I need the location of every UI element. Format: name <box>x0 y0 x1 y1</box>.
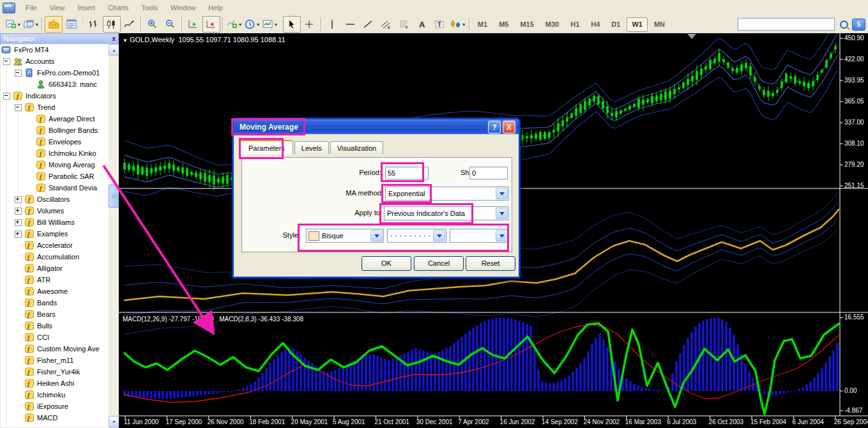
timeframe-m1-button[interactable]: M1 <box>473 17 492 32</box>
dropdown-arrow-icon[interactable]: ▾ <box>257 22 259 27</box>
tree-item-trend[interactable]: fTrend <box>1 102 109 113</box>
new-chart-button[interactable]: ▾ <box>4 16 22 33</box>
text-label-button[interactable]: T <box>431 16 449 33</box>
tab-parameters[interactable]: Parameters <box>240 140 293 155</box>
tree-item-fxpro-mt4[interactable]: FxPro MT4 <box>1 44 109 56</box>
menu-charts[interactable]: Charts <box>102 2 135 13</box>
templates-button[interactable]: ▾ <box>261 16 279 33</box>
tab-visualization[interactable]: Visualization <box>330 141 384 154</box>
tree-item-ichimoku-kinko[interactable]: fIchimoku Kinko <box>1 148 109 159</box>
tree-item-average-direct[interactable]: fAverage Direct <box>1 113 109 125</box>
dropdown-arrow-icon[interactable]: ▾ <box>239 22 241 27</box>
timeframe-m5-button[interactable]: M5 <box>494 17 514 32</box>
profiles-button[interactable]: ▾ <box>22 16 40 33</box>
collapse-triangle-icon[interactable]: ▼ <box>123 38 128 43</box>
search-input[interactable] <box>738 18 835 31</box>
timeframe-h1-button[interactable]: H1 <box>565 17 584 32</box>
favorites-button[interactable] <box>45 16 63 33</box>
help-button[interactable]: ? <box>488 121 501 134</box>
close-button[interactable]: X <box>503 121 515 134</box>
line-style-combobox[interactable]: - - - - - - - - - <box>387 229 446 243</box>
chart-shift-button[interactable] <box>202 16 220 33</box>
tab-levels[interactable]: Levels <box>294 141 329 154</box>
apply-to-combobox[interactable]: Previous Indicator's Data <box>384 206 509 220</box>
collapse-icon[interactable] <box>3 58 10 65</box>
tree-item-volumes[interactable]: fVolumes <box>1 205 109 217</box>
app-icon[interactable] <box>3 3 15 13</box>
navigator-scrollbar[interactable]: ▲ ▼ <box>109 44 118 427</box>
zoom-in-button[interactable] <box>144 16 162 33</box>
tree-item-standard-devia[interactable]: fStandard Devia <box>1 182 109 194</box>
close-icon[interactable]: x <box>112 36 116 42</box>
expand-icon[interactable] <box>15 231 22 238</box>
cursor-button[interactable] <box>283 16 301 33</box>
timeframe-w1-button[interactable]: W1 <box>627 17 648 32</box>
line-width-combobox[interactable] <box>450 229 509 243</box>
tree-item-iexposure[interactable]: fiExposure <box>1 401 109 412</box>
chevron-down-icon[interactable] <box>433 230 445 241</box>
dropdown-arrow-icon[interactable]: ▾ <box>275 22 277 27</box>
menu-view[interactable]: View <box>43 2 72 13</box>
horizontal-line-button[interactable] <box>342 16 360 33</box>
expand-icon[interactable] <box>15 196 22 203</box>
timeframe-d1-button[interactable]: D1 <box>606 17 625 32</box>
tree-item-oscillators[interactable]: fOscillators <box>1 194 109 205</box>
tree-item-bill-williams[interactable]: fBill Williams <box>1 217 109 228</box>
tree-item-ichimoku[interactable]: fIchimoku <box>1 389 109 401</box>
navigator-caption[interactable]: Navigator x <box>0 33 119 45</box>
candlestick-chart-button[interactable] <box>103 16 121 33</box>
tree-item-moving-averag[interactable]: fMoving Averag <box>1 159 109 171</box>
tree-item-alligator[interactable]: fAlligator <box>1 263 109 274</box>
scroll-up-icon[interactable]: ▲ <box>109 44 119 56</box>
chevron-down-icon[interactable] <box>370 230 383 241</box>
tree-item-macd[interactable]: fMACD <box>1 412 109 424</box>
vertical-line-button[interactable] <box>324 16 342 33</box>
tree-item-bands[interactable]: fBands <box>1 297 109 309</box>
tree-item-parabolic-sar[interactable]: fParabolic SAR <box>1 171 109 182</box>
tree-item-awesome[interactable]: fAwesome <box>1 286 109 297</box>
tree-item-fisher-yur4ik[interactable]: fFisher_Yur4ik <box>1 366 109 378</box>
indicators-button[interactable]: ▾ <box>225 16 243 33</box>
tree-item-cci[interactable]: fCCI <box>1 332 109 343</box>
reset-button[interactable]: Reset <box>466 256 515 271</box>
tree-item-bears[interactable]: fBears <box>1 309 109 320</box>
tree-item-fisher-m11[interactable]: fFisher_m11 <box>1 355 109 366</box>
chevron-down-icon[interactable] <box>496 230 508 241</box>
timeframe-m15-button[interactable]: M15 <box>515 17 538 32</box>
crosshair-button[interactable] <box>301 16 319 33</box>
scroll-down-icon[interactable]: ▼ <box>109 416 119 427</box>
menu-help[interactable]: Help <box>202 2 229 13</box>
shift-input[interactable] <box>469 167 508 180</box>
tree-item-accelerator[interactable]: fAccelerator <box>1 240 109 251</box>
dropdown-arrow-icon[interactable]: ▾ <box>462 22 465 27</box>
timeframe-h4-button[interactable]: H4 <box>586 17 605 32</box>
chevron-down-icon[interactable] <box>496 208 508 219</box>
collapse-icon[interactable] <box>15 70 22 77</box>
chevron-down-icon[interactable] <box>496 188 508 199</box>
tree-item-accumulation[interactable]: fAccumulation <box>1 251 109 263</box>
tree-item-envelopes[interactable]: fEnvelopes <box>1 136 109 148</box>
tree-item-bollinger-bands[interactable]: fBollinger Bands <box>1 125 109 136</box>
dropdown-arrow-icon[interactable]: ▾ <box>36 22 38 27</box>
expand-icon[interactable] <box>15 219 22 226</box>
tree-item-bulls[interactable]: fBulls <box>1 320 109 332</box>
zoom-out-button[interactable] <box>162 16 179 33</box>
cancel-button[interactable]: Cancel <box>414 256 464 271</box>
menu-tools[interactable]: Tools <box>135 2 164 13</box>
ok-button[interactable]: OK <box>362 256 411 271</box>
tree-item-custom-moving-ave[interactable]: fCustom Moving Ave <box>1 343 109 355</box>
bar-chart-button[interactable] <box>85 16 103 33</box>
collapse-icon[interactable] <box>15 104 22 111</box>
expand-icon[interactable] <box>15 208 22 215</box>
equidistant-channel-button[interactable]: E <box>377 16 395 33</box>
menu-window[interactable]: Window <box>164 2 202 13</box>
menu-insert[interactable]: Insert <box>71 2 102 13</box>
tree-item-indicators[interactable]: fIndicators <box>1 90 109 102</box>
tree-item-examples[interactable]: fExamples <box>1 228 109 240</box>
line-chart-button[interactable] <box>121 16 139 33</box>
fibonacci-button[interactable]: F <box>395 16 413 33</box>
tree-item-accounts[interactable]: Accounts <box>1 56 109 67</box>
tree-item-atr[interactable]: fATR <box>1 274 109 286</box>
collapse-icon[interactable] <box>3 93 10 100</box>
notifications-badge[interactable]: 5 <box>852 19 865 31</box>
